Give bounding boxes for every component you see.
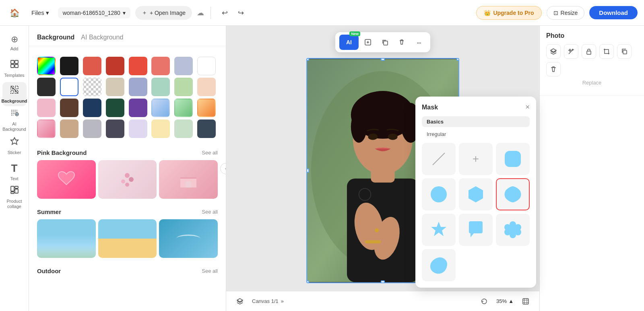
color-swatch-coral[interactable] <box>83 57 101 75</box>
delete-tool[interactable] <box>546 62 561 76</box>
color-swatch-green-grad[interactable] <box>174 99 193 117</box>
open-image-button[interactable]: ＋ + Open Image <box>135 6 192 20</box>
color-swatch-darkslate[interactable] <box>106 119 124 138</box>
thumb-pool[interactable] <box>159 219 218 258</box>
mask-shape-rounded-square[interactable] <box>496 143 530 175</box>
color-swatch-slate[interactable] <box>197 119 216 138</box>
mask-shape-blob[interactable] <box>422 249 456 281</box>
color-swatch-pink-grad[interactable] <box>37 119 56 138</box>
duplicate-tool[interactable] <box>617 44 632 59</box>
sidebar-item-templates[interactable]: Templates <box>2 56 27 80</box>
lock-tool[interactable] <box>582 44 596 59</box>
mask-shape-speech[interactable] <box>459 214 493 246</box>
filename-dropdown[interactable]: woman-6186510_1280 ▾ <box>58 7 130 19</box>
color-swatch-white-selected[interactable] <box>60 78 78 96</box>
background-icon <box>10 85 19 97</box>
mask-cat-basics[interactable]: Basics <box>422 116 530 127</box>
resize-button[interactable]: ⊡ Resize <box>547 6 585 20</box>
mask-close-button[interactable]: × <box>525 103 530 111</box>
color-swatch-navy[interactable] <box>83 99 101 117</box>
color-swatch-lightgray[interactable] <box>83 119 101 138</box>
color-swatch-blue-grad[interactable] <box>151 99 170 117</box>
resize-handle-tl[interactable] <box>306 58 309 61</box>
color-swatch-lilac[interactable] <box>129 119 147 138</box>
tab-background[interactable]: Background <box>37 32 74 43</box>
sidebar-item-product-collage[interactable]: Productcollage <box>2 185 27 209</box>
color-swatch-purple[interactable] <box>129 99 147 117</box>
mask-shape-line[interactable] <box>422 143 456 175</box>
color-swatch-mint[interactable] <box>151 78 170 96</box>
resize-handle-ml[interactable] <box>306 169 309 173</box>
color-swatch-peach[interactable] <box>197 78 216 96</box>
layers-tool[interactable] <box>546 44 561 59</box>
mask-shape-plus[interactable]: + <box>459 143 493 175</box>
color-swatch-brown[interactable] <box>60 99 78 117</box>
thumb-beach[interactable] <box>98 219 157 258</box>
more-options-button[interactable]: ··· <box>411 35 426 50</box>
mask-shape-flower[interactable] <box>496 214 530 246</box>
color-swatch-yellow[interactable] <box>151 119 170 138</box>
thumb-sky[interactable] <box>37 219 96 258</box>
home-button[interactable]: 🏠 <box>6 5 23 21</box>
mask-cat-irregular[interactable]: Irregular <box>422 129 530 140</box>
sidebar-item-sticker[interactable]: Sticker <box>2 134 27 158</box>
sidebar-item-text[interactable]: T Text <box>2 159 27 183</box>
color-swatch-rainbow[interactable] <box>37 57 56 75</box>
color-swatch-orange-grad[interactable] <box>197 99 216 117</box>
zoom-control[interactable]: 35% ▲ <box>496 298 514 304</box>
color-swatch-tomato[interactable] <box>129 57 147 75</box>
thumb-room[interactable] <box>159 160 218 199</box>
color-swatch-pink[interactable] <box>37 99 56 117</box>
color-swatch-lightgreen[interactable] <box>174 78 193 96</box>
sidebar-item-background[interactable]: Background <box>2 82 27 106</box>
color-swatch-beige[interactable] <box>106 78 124 96</box>
outdoor-see-all[interactable]: See all <box>202 268 218 274</box>
color-swatch-transparent[interactable] <box>83 78 101 96</box>
color-swatch-tan[interactable] <box>60 119 78 138</box>
undo-button[interactable]: ↩ <box>217 6 232 20</box>
color-swatch-darkgray[interactable] <box>37 78 56 96</box>
refresh-button[interactable] <box>477 294 491 309</box>
magic-tool[interactable] <box>564 44 578 59</box>
sidebar-item-templates-label: Templates <box>4 73 24 78</box>
resize-handle-bm[interactable] <box>381 280 385 283</box>
color-swatch-red[interactable] <box>106 57 124 75</box>
sidebar-item-ai-background[interactable]: AIBackground <box>2 108 27 132</box>
ai-tool-button[interactable]: AI New <box>339 35 359 50</box>
color-swatch-sage[interactable] <box>174 119 193 138</box>
layers-button[interactable] <box>233 294 247 309</box>
outdoor-header: Outdoor See all <box>37 268 218 274</box>
resize-handle-tr[interactable] <box>456 58 459 61</box>
main-layout: ⊕ Add Templates Background <box>0 26 644 311</box>
color-swatch-salmon[interactable] <box>151 57 170 75</box>
thumb-heart[interactable] <box>37 160 96 199</box>
pink-bg-see-all[interactable]: See all <box>202 150 218 156</box>
color-swatch-lavender[interactable] <box>174 57 193 75</box>
color-swatch-white[interactable] <box>197 57 216 75</box>
mask-shape-circle[interactable] <box>422 178 456 210</box>
crop-tool[interactable] <box>599 44 614 59</box>
color-swatch-darkgreen[interactable] <box>106 99 124 117</box>
mask-shape-rounded-hexagon[interactable] <box>496 178 530 210</box>
tab-ai-background[interactable]: AI Background <box>81 32 123 43</box>
copy-tool-button[interactable] <box>377 35 392 50</box>
redo-button[interactable]: ↪ <box>233 6 248 20</box>
svg-rect-3 <box>15 64 18 68</box>
resize-handle-bl[interactable] <box>306 280 309 283</box>
color-swatch-periwinkle[interactable] <box>129 78 147 96</box>
expand-tool-button[interactable] <box>360 35 376 50</box>
download-button[interactable]: Download <box>589 6 638 19</box>
photo-tools <box>546 44 638 76</box>
mask-shape-star[interactable] <box>422 214 456 246</box>
upgrade-button[interactable]: 👑 Upgrade to Pro <box>476 6 541 20</box>
fit-screen-button[interactable] <box>518 294 533 309</box>
resize-handle-tm[interactable] <box>381 58 385 61</box>
color-swatch-black[interactable] <box>60 57 78 75</box>
thumb-floral[interactable] <box>98 160 157 199</box>
mask-shape-hexagon[interactable] <box>459 178 493 210</box>
files-dropdown[interactable]: Files ▾ <box>27 7 53 19</box>
sidebar-item-add[interactable]: ⊕ Add <box>2 31 27 55</box>
summer-see-all[interactable]: See all <box>202 209 218 215</box>
delete-tool-button[interactable] <box>394 35 409 50</box>
color-grid <box>37 57 218 138</box>
